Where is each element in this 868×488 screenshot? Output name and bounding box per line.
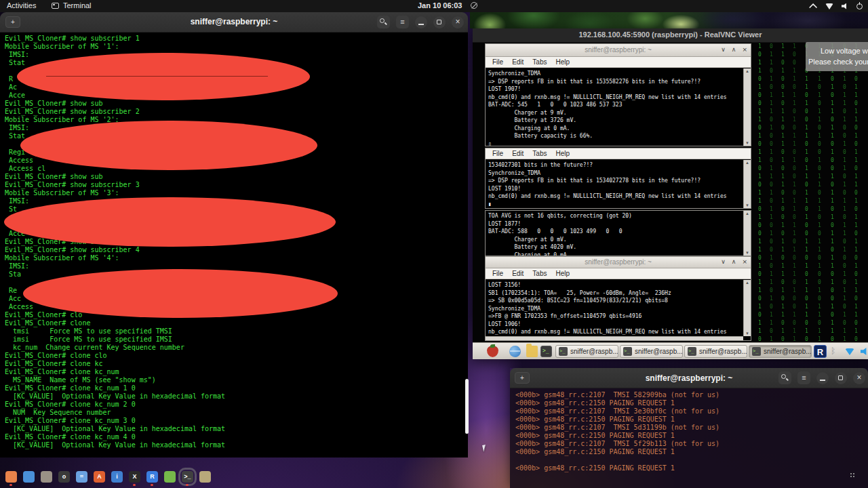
redaction-blob-1 [17, 53, 310, 100]
search-icon [380, 18, 384, 23]
maximize-icon[interactable]: ∧ [732, 46, 736, 53]
menu-edit[interactable]: Edit [512, 150, 524, 157]
close-icon[interactable]: × [742, 46, 747, 53]
taskbar-window-2[interactable]: >_ sniffer@raspb... [620, 345, 683, 358]
menu-help[interactable]: Help [555, 58, 570, 66]
left-terminal-scrollbar[interactable] [465, 379, 469, 434]
left-terminal-titlebar[interactable]: + sniffer@raspberrypi: ~ ≡ × [0, 12, 468, 33]
remote-terminal-a-scrollbar[interactable] [743, 68, 751, 146]
terminal-app-icon [52, 3, 59, 9]
vnc-server-icon[interactable]: R [814, 345, 827, 358]
menu-help[interactable]: Help [555, 150, 570, 157]
menu-file[interactable]: File [492, 150, 503, 157]
redaction-blob-3 [4, 197, 336, 247]
dock-icon-help[interactable]: i [111, 471, 123, 483]
raspberry-menu-icon[interactable] [487, 346, 498, 357]
left-terminal-output[interactable]: Evil_MS_Cloner# show subscriber 1 Mobile… [0, 33, 468, 458]
maximize-button[interactable] [835, 372, 847, 384]
app-menu[interactable]: Terminal [52, 1, 92, 9]
dock-icon-terminal[interactable]: >_ [182, 471, 193, 483]
menu-edit[interactable]: Edit [512, 58, 524, 66]
remote-terminal-b-scrollbar[interactable] [743, 160, 751, 208]
vnc-viewer-icon: R [146, 471, 158, 483]
notifications-dnd-icon[interactable] [471, 2, 477, 9]
taskbar-window-3[interactable]: >_ sniffer@raspb... [684, 345, 747, 358]
minimize-icon [820, 380, 825, 381]
dock-icon-browser[interactable] [23, 471, 35, 483]
settings-icon: o [58, 471, 70, 483]
dock-icon-app-store[interactable]: A [94, 471, 105, 483]
taskbar-window-1[interactable]: >_ sniffer@raspb... [555, 345, 618, 358]
browser-icon[interactable] [509, 346, 521, 357]
dock-icon-firefox[interactable] [5, 471, 17, 483]
taskbar-window-2-label: sniffer@raspb... [635, 348, 683, 355]
dock-icon-settings[interactable]: o [58, 471, 70, 483]
close-button[interactable]: × [853, 372, 865, 384]
notification-body: Please check your power [808, 58, 868, 66]
matrix-column: 0 1 1 0 1 1 0 1 0 0 1 1 0 1 0 1 1 0 1 1 … [805, 43, 808, 359]
maximize-icon[interactable]: ∧ [732, 258, 736, 265]
dock-icon-files[interactable] [41, 471, 52, 483]
remote-terminal-d-titlebar[interactable]: sniffer@raspberrypi: ~ ∨ ∧ × [486, 257, 751, 268]
terminal-text: 1534027301 bits in the future?!? Synchro… [488, 161, 727, 208]
search-icon [781, 374, 786, 379]
menu-edit[interactable]: Edit [512, 270, 524, 277]
shade-icon[interactable]: ∨ [721, 46, 726, 53]
search-button[interactable] [778, 371, 791, 384]
remote-terminal-c-scrollbar[interactable] [743, 211, 751, 256]
remote-terminal-a-output[interactable]: Synchronize_TDMA => DSP reports FB in bi… [486, 68, 743, 146]
remote-terminal-a-titlebar[interactable]: sniffer@raspberrypi: ~ ∨ ∧ × [486, 44, 751, 57]
dock-icon-software[interactable] [164, 471, 176, 483]
low-voltage-notification[interactable]: Low voltage warning Please check your po… [806, 42, 868, 71]
terminal-text: <000b> gsm48_rr.c:2107 TMSI 582909ba (no… [515, 391, 719, 472]
close-icon[interactable]: × [742, 258, 747, 265]
app-menu-label: Terminal [63, 1, 92, 9]
maximize-button[interactable] [433, 16, 446, 28]
remote-terminal-d-output[interactable]: LOST 3156! SB1 (1702354:1): TOA= 25, Pow… [486, 280, 743, 338]
dock-icon-vnc-viewer[interactable]: R [146, 471, 158, 483]
activities-button[interactable]: Activities [7, 1, 36, 9]
system-tray[interactable] [811, 0, 863, 12]
vnc-titlebar[interactable]: 192.168.100.45:5900 (raspberrypi) - Real… [473, 28, 868, 43]
remote-terminal-b-output[interactable]: 1534027301 bits in the future?!? Synchro… [486, 160, 743, 209]
terminal-icon: >_ [688, 347, 696, 356]
menu-tabs[interactable]: Tabs [532, 58, 547, 66]
dock-icon-archive[interactable] [199, 471, 211, 483]
menu-button[interactable]: ≡ [396, 16, 409, 28]
remote-terminal-d-scrollbar[interactable] [743, 280, 751, 336]
menu-tabs[interactable]: Tabs [532, 270, 547, 277]
remote-terminal-d-hscrollbar[interactable] [486, 336, 743, 340]
taskbar-window-4[interactable]: >_ sniffer@raspb... [749, 345, 812, 358]
remote-terminal-d: sniffer@raspberrypi: ~ ∨ ∧ × File Edit T… [485, 256, 751, 341]
clock[interactable]: Jan 10 06:03 [418, 1, 462, 9]
bluetooth-icon[interactable]: ᛒ [831, 346, 835, 356]
dock-icon-text-editor[interactable]: = [76, 471, 87, 483]
remote-terminal-c-output[interactable]: TOA AVG is not 16 qbits, correcting (got… [486, 211, 743, 256]
remote-volume-icon[interactable] [861, 348, 868, 355]
left-terminal-window: + sniffer@raspberrypi: ~ ≡ × Evil_MS_Clo… [0, 12, 468, 458]
dock-icon-x-app[interactable]: X [129, 471, 140, 483]
minimize-button[interactable] [415, 16, 427, 28]
bottom-terminal-output[interactable]: <000b> gsm48_rr.c:2107 TMSI 582909ba (no… [510, 388, 868, 488]
desktop: Activities Terminal Jan 10 06:03 + sniff… [0, 0, 868, 488]
search-button[interactable] [377, 16, 390, 28]
remote-terminal-a: sniffer@raspberrypi: ~ ∨ ∧ × File Edit T… [485, 43, 751, 146]
menu-button[interactable]: ≡ [797, 371, 810, 384]
menu-help[interactable]: Help [555, 270, 570, 277]
menu-file[interactable]: File [492, 270, 503, 277]
menu-tabs[interactable]: Tabs [532, 150, 547, 157]
terminal-launcher-icon[interactable]: >_ [540, 346, 552, 357]
chevron-up-icon [809, 3, 818, 12]
minimize-button[interactable] [816, 372, 829, 384]
menu-file[interactable]: File [492, 58, 503, 66]
bottom-terminal-titlebar[interactable]: + sniffer@raspberrypi: ~ ≡ × [510, 368, 868, 388]
shade-icon[interactable]: ∨ [721, 258, 726, 265]
close-button[interactable]: × [452, 16, 464, 28]
matrix-column: 0 1 1 0 1 0 1 1 1 0 1 0 0 1 0 1 1 0 1 0 … [770, 43, 773, 359]
remote-wifi-icon[interactable] [845, 348, 854, 355]
file-manager-icon[interactable] [526, 346, 538, 357]
terminal-icon: >_ [182, 471, 193, 483]
host-top-bar: Activities Terminal Jan 10 06:03 [0, 0, 868, 12]
remote-terminal-a-title: sniffer@raspberrypi: ~ [486, 46, 751, 54]
remote-desktop[interactable]: 1 0 1 1 0 1 0 0 1 1 0 1 0 1 1 0 1 0 1 1 … [473, 43, 868, 359]
